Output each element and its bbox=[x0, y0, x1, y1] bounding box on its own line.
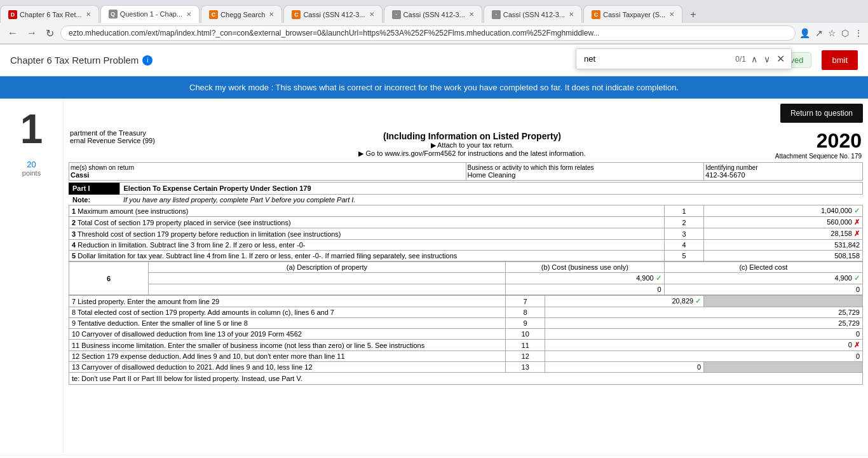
line10-desc: 10 Carryover of disallowed deduction fro… bbox=[69, 329, 506, 340]
line3-num: 3 bbox=[664, 228, 703, 240]
extensions-icon[interactable]: ⬡ bbox=[841, 28, 849, 38]
info-icon[interactable]: i bbox=[142, 55, 153, 66]
line9-amount[interactable]: 25,729 bbox=[545, 318, 863, 329]
line12-amount[interactable]: 0 bbox=[545, 351, 863, 362]
line6-desc2 bbox=[148, 284, 505, 295]
line11-ref: 11 bbox=[505, 340, 545, 351]
forward-button[interactable]: → bbox=[24, 26, 39, 40]
tab-close-chegg[interactable]: ✕ bbox=[269, 11, 274, 18]
line13-amount[interactable]: 0 bbox=[545, 362, 704, 373]
tab-close-cassi2[interactable]: ✕ bbox=[469, 11, 474, 18]
note-text: If you have any listed property, complet… bbox=[119, 195, 863, 205]
line7-row: 7 Listed property. Enter the amount from… bbox=[69, 296, 863, 307]
line13-ref: 13 bbox=[505, 362, 545, 373]
search-prev-button[interactable]: ∧ bbox=[750, 53, 759, 66]
submit-button[interactable]: bmit bbox=[822, 50, 858, 70]
line6-row1: 4,900 ✓ 4,900 ✓ bbox=[69, 273, 863, 284]
tab-label-d2l: Chapter 6 Tax Ret... bbox=[20, 11, 82, 18]
tab-close-q1[interactable]: ✕ bbox=[186, 11, 191, 18]
form-subtitle2: ▶ Go to www.irs.gov/Form4562 for instruc… bbox=[197, 149, 747, 158]
tab-favicon-q1: Q bbox=[109, 10, 118, 18]
search-count: 0/1 bbox=[735, 55, 746, 64]
left-panel: 1 20 points bbox=[0, 99, 64, 455]
line6-cost2[interactable]: 0 bbox=[505, 284, 664, 295]
tab-favicon-chegg: C bbox=[209, 10, 218, 19]
tab-cassi3[interactable]: · Cassi (SSN 412-3... ✕ bbox=[484, 5, 582, 23]
line2-status-icon: ✗ bbox=[854, 218, 860, 226]
find-input[interactable] bbox=[581, 53, 731, 65]
tab-close-d2l[interactable]: ✕ bbox=[86, 11, 91, 18]
check-banner-text: Check my work mode : This shows what is … bbox=[189, 83, 679, 92]
tab-chegg[interactable]: C Chegg Search ✕ bbox=[201, 5, 282, 23]
menu-icon[interactable]: ⋮ bbox=[854, 28, 863, 38]
browser-icons: 👤 ↗ ☆ ⬡ ⋮ bbox=[799, 28, 863, 38]
bookmark-icon[interactable]: ☆ bbox=[828, 28, 836, 38]
line13-gray-cell bbox=[704, 362, 863, 373]
dept-label: partment of the Treasury bbox=[70, 129, 194, 137]
tab-label-cassi4: Cassi Taxpayer (S... bbox=[603, 11, 665, 18]
taxpayer-name: Cassi bbox=[71, 171, 465, 179]
line10-amount[interactable]: 0 bbox=[545, 329, 863, 340]
line1-amount[interactable]: 1,040,000 ✓ bbox=[704, 205, 863, 217]
tab-close-cassi1[interactable]: ✕ bbox=[369, 11, 374, 18]
line8-row: 8 Total elected cost of section 179 prop… bbox=[69, 307, 863, 318]
name-label: me(s) shown on return bbox=[71, 164, 465, 171]
line6-elected1[interactable]: 4,900 ✓ bbox=[664, 273, 862, 284]
line11-amount[interactable]: 0 ✗ bbox=[545, 340, 863, 351]
tab-cassi4[interactable]: C Cassi Taxpayer (S... ✕ bbox=[583, 5, 682, 23]
tab-label-q1: Question 1 - Chap... bbox=[120, 10, 182, 18]
form-year: 2020 bbox=[750, 129, 862, 153]
line2-num: 2 bbox=[664, 217, 703, 228]
line6-header-row: 6 (a) Description of property (b) Cost (… bbox=[69, 262, 863, 273]
address-bar: ← → ↻ ezto.mheducation.com/ext/map/index… bbox=[0, 23, 868, 44]
line5-amount[interactable]: 508,158 bbox=[704, 251, 863, 261]
line9-row: 9 Tentative deduction. Enter the smaller… bbox=[69, 318, 863, 329]
line6-row2: 0 0 bbox=[69, 284, 863, 295]
col-b-header: (b) Cost (business use only) bbox=[505, 262, 664, 273]
search-close-button[interactable]: ✕ bbox=[775, 52, 786, 66]
line6-desc1 bbox=[148, 273, 505, 284]
line7-desc: 7 Listed property. Enter the amount from… bbox=[69, 296, 506, 307]
refresh-button[interactable]: ↻ bbox=[43, 26, 57, 41]
line1-status-icon: ✓ bbox=[854, 207, 860, 214]
line5-num: 5 bbox=[664, 251, 703, 261]
share-icon[interactable]: ↗ bbox=[815, 28, 823, 38]
tab-close-cassi3[interactable]: ✕ bbox=[569, 11, 574, 18]
line6-elected2[interactable]: 0 bbox=[664, 284, 862, 295]
tab-d2l[interactable]: D Chapter 6 Tax Ret... ✕ bbox=[0, 5, 99, 23]
tab-close-cassi4[interactable]: ✕ bbox=[669, 11, 674, 18]
line8-amount[interactable]: 25,729 bbox=[545, 307, 863, 318]
line3-amount[interactable]: 28,158 ✗ bbox=[704, 228, 863, 240]
tab-label-chegg: Chegg Search bbox=[220, 11, 265, 18]
tab-favicon-cassi3: · bbox=[492, 10, 501, 19]
footer: Mc Graw Hill ‹ Prev 1 of 1 ⊞ Next › bbox=[0, 455, 868, 458]
tab-add-button[interactable]: + bbox=[684, 6, 702, 23]
tax-form-wrapper: partment of the Treasury ernal Revenue S… bbox=[69, 128, 863, 385]
line6-cost1-icon: ✓ bbox=[656, 274, 661, 282]
tab-question1[interactable]: Q Question 1 - Chap... ✕ bbox=[100, 5, 200, 23]
line6-elected1-icon: ✓ bbox=[854, 274, 860, 282]
col-c-header: (c) Elected cost bbox=[664, 262, 862, 273]
tab-cassi2[interactable]: · Cassi (SSN 412-3... ✕ bbox=[384, 5, 482, 23]
line1-desc: Maximum amount (see instructions) bbox=[78, 207, 188, 215]
back-button[interactable]: ← bbox=[5, 26, 20, 40]
search-next-button[interactable]: ∨ bbox=[763, 53, 771, 66]
profile-icon[interactable]: 👤 bbox=[799, 28, 810, 38]
irs-label: ernal Revenue Service (99) bbox=[70, 137, 194, 144]
line8-ref: 8 bbox=[505, 307, 545, 318]
main-content: 1 20 points Return to question partment … bbox=[0, 99, 868, 455]
line1-row: 1 Maximum amount (see instructions) 1 1,… bbox=[69, 205, 863, 217]
url-bar[interactable]: ezto.mheducation.com/ext/map/index.html?… bbox=[60, 25, 796, 41]
line11-row: 11 Business income limitation. Enter the… bbox=[69, 340, 863, 351]
line2-amount[interactable]: 560,000 ✗ bbox=[704, 217, 863, 228]
line6-cost1[interactable]: 4,900 ✓ bbox=[505, 273, 664, 284]
line4-amount[interactable]: 531,842 bbox=[704, 240, 863, 251]
return-to-question-button[interactable]: Return to question bbox=[780, 104, 863, 123]
line7-amount[interactable]: 20,829 ✓ bbox=[545, 296, 704, 307]
line13-row: 13 Carryover of disallowed deduction to … bbox=[69, 362, 863, 373]
line3-desc: Threshold cost of section 179 property b… bbox=[78, 230, 341, 238]
search-overlay: 0/1 ∧ ∨ ✕ bbox=[576, 48, 792, 69]
line2-desc: Total Cost of section 179 property place… bbox=[78, 219, 291, 226]
business-value: Home Cleaning bbox=[468, 171, 703, 179]
tab-cassi1[interactable]: C Cassi (SSN 412-3... ✕ bbox=[283, 5, 382, 23]
